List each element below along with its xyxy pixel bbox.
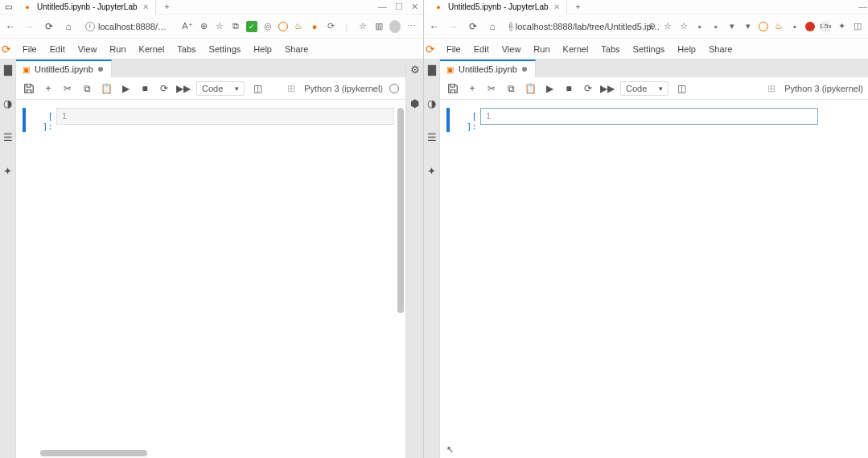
- menu-settings[interactable]: Settings: [627, 44, 672, 54]
- extensions-icon[interactable]: ✦: [2, 164, 14, 177]
- notebook-area[interactable]: [ ]: 1: [440, 100, 868, 458]
- favorite-icon[interactable]: ☆: [214, 21, 225, 32]
- jupyter-reload-icon[interactable]: ⟳: [426, 43, 440, 55]
- menu-help[interactable]: Help: [247, 44, 278, 54]
- home-button[interactable]: ⌂: [61, 19, 76, 34]
- notebook-area[interactable]: [ ]: 1: [16, 100, 405, 458]
- share-icon[interactable]: ☆: [662, 21, 673, 32]
- forward-button[interactable]: →: [446, 19, 461, 34]
- ext-dot-icon[interactable]: •: [789, 21, 800, 32]
- close-window-button[interactable]: ✕: [411, 2, 418, 12]
- menu-edit[interactable]: Edit: [43, 44, 72, 54]
- menu-tabs[interactable]: Tabs: [594, 44, 626, 54]
- tab-close-icon[interactable]: ✕: [142, 2, 149, 11]
- run-all-button[interactable]: ▶▶: [177, 82, 190, 95]
- menu-tabs[interactable]: Tabs: [171, 44, 202, 54]
- paste-button[interactable]: 📋: [524, 82, 537, 95]
- zoom-badge[interactable]: 1.5x: [820, 21, 831, 32]
- extension-shield-icon[interactable]: ◎: [262, 21, 274, 32]
- minimize-button[interactable]: —: [378, 2, 387, 12]
- run-all-button[interactable]: ▶▶: [601, 82, 614, 95]
- ext-red-icon[interactable]: [805, 22, 815, 31]
- menu-file[interactable]: File: [440, 44, 467, 54]
- url-field[interactable]: i localhost:8888/lab/tree/Untitled5.ip…: [504, 20, 641, 33]
- side-panel-icon[interactable]: ◫: [852, 21, 863, 32]
- ext3-icon[interactable]: ▾: [726, 21, 738, 32]
- collections-icon[interactable]: ⧉: [230, 21, 241, 32]
- render-side-button[interactable]: ◫: [251, 82, 264, 95]
- save-button[interactable]: [446, 82, 459, 95]
- extensions-menu-icon[interactable]: ▥: [373, 21, 385, 32]
- back-button[interactable]: ←: [427, 19, 442, 34]
- render-side-button[interactable]: ◫: [675, 82, 688, 95]
- extension-flame-icon[interactable]: ♨: [293, 21, 304, 32]
- ext-ring-icon[interactable]: [759, 22, 768, 31]
- ext2-icon[interactable]: ▪: [710, 21, 722, 32]
- insert-cell-button[interactable]: +: [42, 82, 55, 95]
- refresh-button[interactable]: ⟳: [42, 19, 56, 34]
- notebook-tab[interactable]: ▣ Untitled5.ipynb: [16, 60, 112, 77]
- toc-icon[interactable]: ☰: [426, 130, 438, 143]
- property-inspector-icon[interactable]: ⚙: [409, 63, 422, 76]
- menu-settings[interactable]: Settings: [203, 44, 248, 54]
- restart-button[interactable]: ⟳: [158, 82, 171, 95]
- menu-view[interactable]: View: [496, 44, 528, 54]
- menu-run[interactable]: Run: [103, 44, 132, 54]
- open-folder-button[interactable]: ⊞: [765, 82, 778, 95]
- minimize-button[interactable]: —: [858, 2, 867, 12]
- stop-button[interactable]: ■: [562, 82, 575, 95]
- folder-icon[interactable]: ▇: [2, 63, 14, 76]
- save-button[interactable]: [23, 82, 35, 95]
- notebook-tab[interactable]: ▣ Untitled5.ipynb: [440, 60, 536, 77]
- browser-tab[interactable]: ● Untitled5.ipynb - JupyterLab ✕: [427, 0, 567, 14]
- refresh-button[interactable]: ⟳: [466, 19, 480, 34]
- menu-share[interactable]: Share: [702, 44, 738, 54]
- paste-button[interactable]: 📋: [100, 82, 113, 95]
- forward-button[interactable]: →: [23, 19, 37, 34]
- reading-mode-icon[interactable]: A⁺: [182, 21, 193, 32]
- jupyter-reload-icon[interactable]: ⟳: [2, 43, 16, 55]
- maximize-button[interactable]: ☐: [395, 2, 403, 12]
- site-info-icon[interactable]: i: [85, 22, 95, 31]
- bookmark-icon[interactable]: ☆: [678, 21, 689, 32]
- home-button[interactable]: ⌂: [485, 19, 500, 34]
- copy-button[interactable]: ⧉: [504, 82, 517, 95]
- menu-view[interactable]: View: [72, 44, 104, 54]
- browser-tab[interactable]: ● Untitled5.ipynb - JupyterLab ✕: [16, 0, 156, 14]
- menu-run[interactable]: Run: [527, 44, 556, 54]
- new-tab-button[interactable]: +: [570, 2, 586, 11]
- profile-avatar[interactable]: [389, 21, 401, 32]
- horizontal-scrollbar[interactable]: [40, 450, 397, 456]
- vertical-scrollbar[interactable]: [397, 108, 404, 450]
- code-editor[interactable]: 1: [56, 108, 394, 125]
- stop-button[interactable]: ■: [138, 82, 151, 95]
- cell-type-select[interactable]: Code ▾: [620, 81, 668, 96]
- cell-type-select[interactable]: Code ▾: [196, 81, 245, 96]
- extensions-puzzle-icon[interactable]: ✦: [836, 21, 847, 32]
- favorites-bar-icon[interactable]: ☆: [357, 21, 368, 32]
- running-icon[interactable]: ◑: [426, 97, 438, 109]
- ext1-icon[interactable]: ▪: [694, 21, 706, 32]
- jupyter-ext-icon[interactable]: ●: [309, 21, 320, 32]
- open-folder-button[interactable]: ⊞: [285, 82, 298, 95]
- running-icon[interactable]: ◑: [2, 97, 14, 109]
- url-field[interactable]: i localhost:8888/…: [80, 20, 177, 33]
- restart-button[interactable]: ⟳: [582, 82, 594, 95]
- menu-help[interactable]: Help: [671, 44, 702, 54]
- new-tab-button[interactable]: +: [159, 2, 175, 11]
- toc-icon[interactable]: ☰: [2, 130, 14, 143]
- run-button[interactable]: ▶: [543, 82, 556, 95]
- code-cell[interactable]: [ ]: 1: [23, 108, 399, 132]
- menu-file[interactable]: File: [16, 44, 43, 54]
- back-button[interactable]: ←: [3, 19, 18, 34]
- zoom-icon[interactable]: ⊕: [646, 21, 657, 32]
- insert-cell-button[interactable]: +: [466, 82, 479, 95]
- cut-button[interactable]: ✂: [61, 82, 74, 95]
- copy-button[interactable]: ⧉: [80, 82, 93, 95]
- folder-icon[interactable]: ▇: [426, 63, 438, 76]
- code-editor[interactable]: 1: [480, 108, 818, 125]
- extension-ring-icon[interactable]: [278, 22, 288, 31]
- tab-close-icon[interactable]: ✕: [553, 2, 560, 11]
- kernel-name[interactable]: Python 3 (ipykernel): [304, 84, 383, 93]
- menu-edit[interactable]: Edit: [467, 44, 496, 54]
